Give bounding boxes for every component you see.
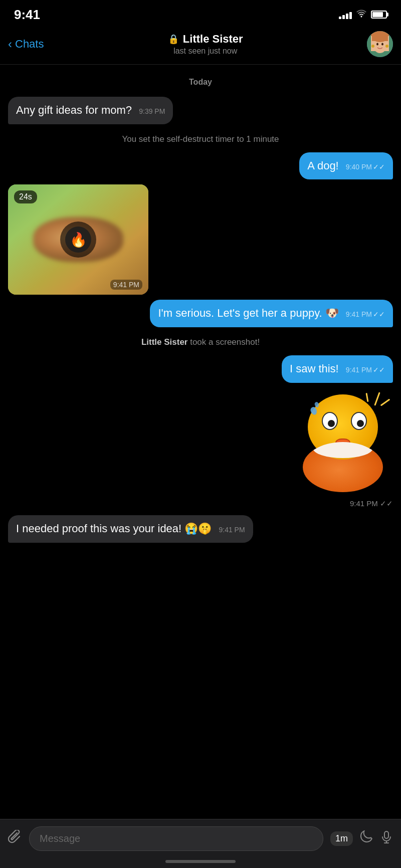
back-label[interactable]: Chats: [15, 38, 44, 51]
video-thumbnail: 🔥 24s: [8, 184, 148, 295]
chat-header: ‹ Chats 🔒 Little Sister last seen just n…: [0, 27, 401, 65]
svg-point-8: [371, 45, 374, 48]
contact-name: Little Sister: [183, 33, 243, 46]
attach-button[interactable]: [8, 830, 22, 847]
message-time: 9:40 PM: [346, 163, 372, 171]
video-message[interactable]: 🔥 24s 9:41 PM: [8, 184, 148, 295]
back-button[interactable]: ‹ Chats: [8, 37, 44, 51]
system-message-bold: Little Sister took a screenshot!: [141, 337, 260, 347]
read-receipts: ✓✓: [373, 163, 385, 171]
flame-icon: 🔥: [70, 232, 87, 248]
message-row: 🔥 24s 9:41 PM: [8, 184, 393, 295]
contact-name-row: 🔒 Little Sister: [168, 33, 243, 46]
video-timer-badge: 24s: [14, 190, 37, 203]
wifi-icon: [356, 10, 367, 20]
message-row: I'm serious. Let's get her a puppy. 🐶 9:…: [8, 300, 393, 327]
system-message-text: You set the self-destruct timer to 1 min…: [122, 134, 279, 144]
sticker-time: 9:41 PM ✓✓: [293, 499, 393, 508]
status-bar: 9:41: [0, 0, 401, 27]
message-placeholder: Message: [40, 833, 80, 844]
message-time: 9:41 PM: [346, 310, 372, 318]
avatar[interactable]: [367, 31, 393, 57]
incoming-bubble[interactable]: I needed proof this was your idea! 😭🤫 9:…: [8, 515, 253, 543]
date-divider: Today: [8, 78, 393, 87]
system-message: You set the self-destruct timer to 1 min…: [18, 133, 383, 145]
svg-rect-10: [384, 831, 388, 838]
message-text: Any gift ideas for mom?: [16, 104, 132, 116]
play-button[interactable]: 🔥: [60, 222, 96, 258]
read-receipts: ✓✓: [373, 310, 385, 318]
header-center: 🔒 Little Sister last seen just now: [168, 33, 243, 56]
message-row: I saw this! 9:41 PM✓✓: [8, 355, 393, 383]
lock-icon: 🔒: [168, 34, 179, 45]
moon-button[interactable]: [360, 830, 373, 847]
message-text: I saw this!: [290, 362, 339, 375]
microphone-button[interactable]: [380, 830, 393, 847]
sticker-message-row: 9:41 PM ✓✓: [8, 392, 393, 508]
video-time: 9:41 PM: [110, 280, 142, 290]
battery-icon: [371, 11, 387, 19]
timer-badge[interactable]: 1m: [330, 831, 353, 846]
message-time: 9:41 PM: [219, 526, 245, 534]
message-time: 9:41 PM: [346, 366, 372, 374]
message-text: I needed proof this was your idea! 😭🤫: [16, 522, 212, 535]
home-indicator: [165, 860, 236, 863]
sticker-container[interactable]: 9:41 PM ✓✓: [293, 392, 393, 508]
chevron-left-icon: ‹: [8, 37, 12, 51]
chat-area: Today Any gift ideas for mom? 9:39 PM Yo…: [0, 65, 401, 595]
system-message-screenshot: Little Sister took a screenshot!: [18, 336, 383, 348]
status-icons: [339, 10, 387, 20]
signal-icon: [339, 10, 352, 19]
outgoing-bubble[interactable]: I'm serious. Let's get her a puppy. 🐶 9:…: [150, 300, 393, 327]
avatar-image: [367, 31, 393, 57]
last-seen-status: last seen just now: [173, 47, 237, 56]
message-time: 9:39 PM: [139, 107, 165, 115]
message-text: I'm serious. Let's get her a puppy. 🐶: [158, 307, 338, 319]
message-row: A dog! 9:40 PM✓✓: [8, 152, 393, 180]
message-text: A dog!: [307, 159, 338, 172]
outgoing-bubble[interactable]: A dog! 9:40 PM✓✓: [299, 152, 393, 180]
message-input[interactable]: Message: [29, 826, 323, 851]
status-time: 9:41: [14, 7, 40, 23]
svg-point-6: [376, 43, 378, 46]
svg-point-9: [385, 45, 388, 48]
svg-rect-5: [372, 35, 388, 41]
outgoing-bubble[interactable]: I saw this! 9:41 PM✓✓: [282, 355, 393, 383]
read-receipts: ✓✓: [373, 366, 385, 374]
message-row: I needed proof this was your idea! 😭🤫 9:…: [8, 515, 393, 543]
incoming-bubble[interactable]: Any gift ideas for mom? 9:39 PM: [8, 97, 173, 124]
message-row: Any gift ideas for mom? 9:39 PM: [8, 97, 393, 124]
svg-point-7: [381, 43, 383, 46]
